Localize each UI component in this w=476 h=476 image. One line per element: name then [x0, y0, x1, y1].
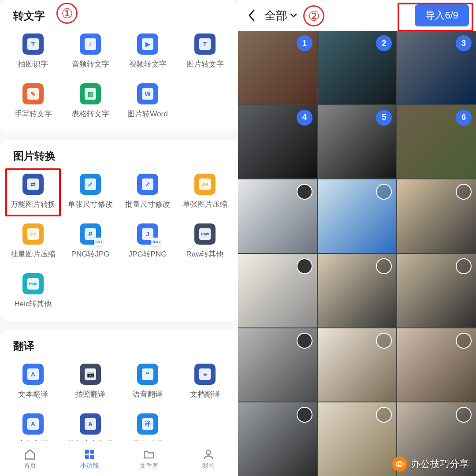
tool-item[interactable]: ▦表格转文字	[62, 77, 119, 127]
tool-label: Heic转其他	[14, 299, 52, 309]
tool-label: JPG转PNG	[129, 249, 167, 259]
photo-item[interactable]	[318, 179, 397, 253]
photo-item[interactable]	[238, 402, 317, 476]
tool-item[interactable]: ⤢单张尺寸修改	[62, 167, 119, 217]
nav-home[interactable]: 首页	[0, 441, 60, 476]
nav-grid[interactable]: 小功能	[60, 441, 119, 476]
photo-item[interactable]: 6	[397, 105, 476, 179]
tool-item[interactable]: ♪音频转文字	[62, 27, 119, 77]
photo-item[interactable]	[397, 179, 476, 253]
import-button[interactable]: 导入6/9	[415, 4, 469, 26]
tool-label: 视频转文字	[129, 59, 167, 69]
nav-folder[interactable]: 文件库	[119, 441, 178, 476]
photo-item[interactable]	[397, 254, 476, 327]
photo-item[interactable]: 1	[238, 31, 317, 104]
tool-label: 语音翻译	[133, 389, 163, 399]
tool-item[interactable]: 📷拍照翻译	[62, 357, 119, 407]
tool-label: 手写转文字	[15, 109, 52, 119]
tool-icon: JPNG	[137, 223, 158, 245]
grid-icon	[83, 448, 96, 461]
tool-item[interactable]: ▶视频转文字	[119, 27, 176, 77]
tool-icon: A	[22, 413, 44, 435]
tool-item[interactable]: ❝语音翻译	[119, 357, 176, 407]
tool-item[interactable]: HeicHeic转其他	[4, 267, 62, 317]
tool-item[interactable]: T图片转文字	[176, 27, 234, 77]
selection-empty-badge	[297, 184, 312, 200]
selection-number-badge: 3	[456, 35, 472, 51]
tool-icon: A	[22, 364, 44, 385]
tool-icon: Raw	[194, 223, 216, 245]
photo-item[interactable]	[318, 254, 397, 327]
tool-item[interactable]: A文本翻译	[4, 357, 62, 407]
tool-label: 万能图片转换	[11, 199, 56, 209]
tool-icon: ▶	[137, 33, 158, 55]
tool-icon: ✎	[22, 83, 44, 104]
tool-item[interactable]: ⤢批量尺寸修改	[119, 167, 176, 217]
tool-item[interactable]: ⇄万能图片转换	[4, 167, 62, 217]
photo-picker-panel: 全部 导入6/9 ② 123456	[238, 0, 476, 476]
tool-item[interactable]: JPNGJPG转PNG	[119, 217, 176, 267]
folder-icon	[142, 448, 156, 461]
tool-icon: ZIP	[194, 174, 216, 195]
photo-item[interactable]: 5	[318, 105, 397, 179]
photo-item[interactable]	[318, 328, 397, 402]
tool-item[interactable]: W图片转Word	[119, 77, 176, 127]
tool-label: 批量尺寸修改	[125, 199, 170, 209]
back-button[interactable]	[245, 7, 258, 24]
tool-label: 拍图识字	[18, 59, 48, 69]
app-tools-panel: 转文字T拍图识字♪音频转文字▶视频转文字T图片转文字✎手写转文字▦表格转文字W图…	[0, 0, 238, 476]
tool-label: Raw转其他	[186, 249, 223, 259]
tool-item[interactable]: ≡文档翻译	[176, 357, 234, 407]
photo-item[interactable]	[238, 179, 317, 253]
tool-item[interactable]: T拍图识字	[4, 27, 62, 77]
tool-item[interactable]: RawRaw转其他	[176, 217, 234, 267]
tool-item[interactable]: ZIP单张图片压缩	[176, 167, 234, 217]
tool-label: 图片转Word	[127, 109, 167, 119]
photo-item[interactable]: 2	[318, 31, 397, 104]
tool-icon: ❝	[137, 364, 158, 385]
tool-label: 单张图片压缩	[182, 199, 227, 209]
tool-icon: ZIP	[22, 223, 44, 245]
tool-icon: ⤢	[137, 174, 158, 195]
tool-icon: Heic	[22, 273, 44, 294]
tool-label: 音频转文字	[72, 59, 109, 69]
nav-label: 我的	[202, 462, 215, 470]
selection-number-badge: 5	[376, 110, 392, 126]
tool-label: 文本翻译	[18, 389, 48, 399]
photo-item[interactable]: 4	[238, 105, 317, 179]
tool-icon: T	[194, 33, 216, 55]
svg-rect-0	[85, 450, 89, 454]
selection-number-badge: 6	[456, 110, 472, 126]
tool-item[interactable]: ZIP批量图片压缩	[4, 217, 62, 267]
nav-user[interactable]: 我的	[178, 441, 238, 476]
photo-item[interactable]	[318, 402, 397, 476]
svg-point-4	[206, 450, 210, 454]
selection-empty-badge	[297, 258, 312, 274]
tool-label: 图片转文字	[186, 59, 224, 69]
section-title: 转文字	[0, 9, 238, 27]
tool-icon: 译	[137, 413, 158, 435]
tool-label: PNG转JPG	[71, 249, 110, 259]
tool-item[interactable]: ✎手写转文字	[4, 77, 62, 127]
picker-header: 全部 导入6/9	[238, 0, 476, 31]
photo-item[interactable]	[238, 328, 317, 402]
watermark: 办公技巧分享	[392, 457, 469, 472]
import-button-label: 导入6/9	[425, 10, 458, 21]
nav-label: 首页	[24, 462, 36, 470]
tool-icon: PJPG	[80, 223, 101, 245]
tool-icon: ⇄	[22, 174, 44, 195]
photo-item[interactable]	[238, 254, 317, 327]
svg-rect-3	[90, 455, 94, 459]
section-title: 图片转换	[0, 149, 238, 167]
tool-item[interactable]: PJPGPNG转JPG	[62, 217, 119, 267]
home-icon	[23, 448, 37, 461]
photo-grid: 123456	[238, 31, 476, 476]
nav-label: 小功能	[80, 462, 99, 470]
user-icon	[202, 448, 215, 461]
tool-label: 单张尺寸修改	[68, 199, 113, 209]
photo-item[interactable]: 3	[397, 31, 476, 104]
album-selector[interactable]: 全部	[264, 8, 297, 23]
photo-item[interactable]	[397, 328, 476, 402]
section-title: 翻译	[0, 339, 238, 357]
selection-empty-badge	[297, 407, 312, 423]
